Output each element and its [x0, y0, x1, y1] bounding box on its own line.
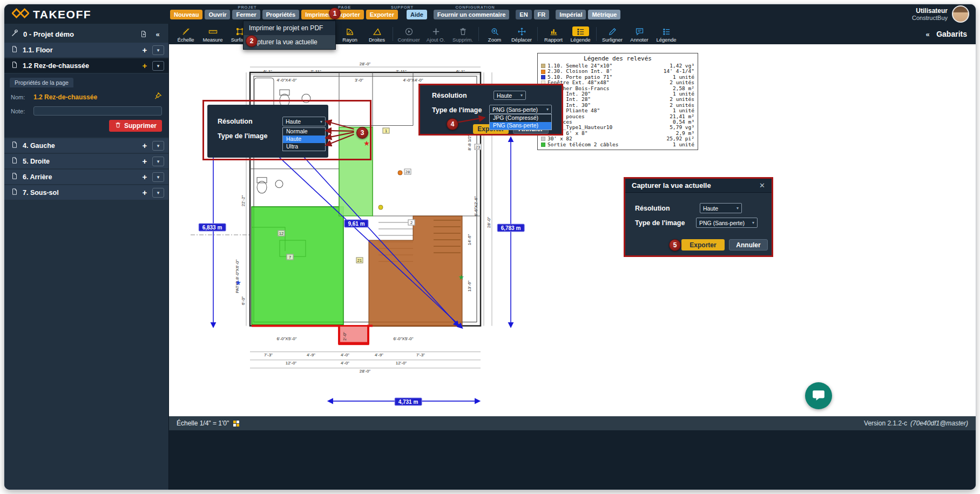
page-label: 6. Arrière	[23, 173, 52, 181]
add-takeoff-button[interactable]: +	[140, 141, 150, 150]
image-type-select[interactable]: PNG (Sans-perte) ▾	[489, 105, 552, 114]
sidebar-page-floor[interactable]: 1.1. Floor + ▾	[4, 43, 168, 57]
step-badge-4: 4	[447, 118, 458, 130]
page-preview-icon[interactable]	[233, 421, 239, 427]
tool-rayon[interactable]: Rayon	[336, 24, 363, 44]
exporter-page-button[interactable]: Exporter	[366, 10, 398, 19]
dropdown-option[interactable]: JPG (Compressé)	[490, 114, 551, 122]
note-input[interactable]	[33, 106, 162, 116]
user-avatar[interactable]	[952, 5, 969, 23]
tool-rapport[interactable]: Rapport	[540, 24, 567, 44]
tool-label: Légende	[657, 37, 677, 43]
resolution-select[interactable]: Haute ▾	[494, 91, 526, 100]
nouveau-button[interactable]: Nouveau	[170, 10, 202, 19]
imperial-button[interactable]: Impérial	[556, 10, 586, 19]
pin-icon[interactable]	[154, 92, 162, 102]
build-hash: (70e40df1@master)	[910, 419, 968, 427]
expand-page-button[interactable]: ▾	[152, 188, 164, 198]
legend-item-name: 1.10. Semelle 24"x10"	[548, 63, 667, 69]
add-takeoff-button[interactable]: +	[140, 172, 150, 181]
expand-page-button[interactable]: ▾	[152, 157, 164, 166]
commentaire-button[interactable]: Fournir un commentaire	[434, 10, 510, 19]
tool-ajout-o[interactable]: Ajout O.	[422, 24, 449, 44]
legend-row: Fenêtre Ext. 48"x48"2 unités	[541, 80, 694, 85]
legend-item-name: Fenêtre Ext. 48"x48"	[548, 80, 667, 85]
dot-marker	[398, 171, 403, 175]
tools-icon	[11, 29, 19, 39]
image-type-label: Type de l'image	[635, 219, 685, 227]
aide-button[interactable]: Aide	[407, 10, 427, 19]
tool-surligner[interactable]: Surligner	[599, 24, 626, 44]
menu-section-label-configuration: CONFIGURATION	[455, 5, 495, 10]
expand-page-button[interactable]: ▾	[152, 141, 164, 151]
add-takeoff-button[interactable]: +	[140, 188, 150, 197]
supprimer-page-button[interactable]: Supprimer	[109, 120, 162, 132]
dropdown-option[interactable]: Haute	[283, 136, 325, 143]
sidebar-page-droite[interactable]: 5. Droite +▾	[4, 154, 168, 168]
dropdown-option[interactable]: Normale	[283, 128, 325, 136]
tool-zoom[interactable]: Zoom	[481, 24, 508, 44]
collapse-gabarits-button[interactable]: «	[922, 29, 933, 39]
expand-page-button[interactable]: ▾	[152, 45, 164, 55]
app-window: TAKEOFF PROJET PAGE SUPPORT CONFIGURATIO…	[4, 4, 976, 490]
proprietes-button[interactable]: Propriétés	[262, 10, 299, 19]
menu-section-label-support: SUPPORT	[391, 5, 414, 10]
sidebar-page-sous-sol[interactable]: 7. Sous-sol +▾	[4, 185, 168, 200]
legend-item-name: Béton 6' x 8"	[548, 131, 674, 136]
tool-measure[interactable]: Measure	[199, 24, 226, 44]
tool-label: Ajout O.	[427, 37, 445, 43]
nom-label: Nom:	[11, 94, 30, 100]
lang-fr-button[interactable]: FR	[534, 10, 550, 19]
surligner-icon	[608, 26, 617, 36]
project-header[interactable]: 0 - Projet démo «	[4, 24, 168, 43]
image-type-select[interactable]: PNG (Sans-perte) ▾	[696, 218, 758, 228]
resolution-label: Résolution	[432, 92, 467, 99]
dimension-label: 6'-0"	[241, 296, 246, 305]
add-takeoff-button[interactable]: +	[140, 45, 150, 55]
expand-page-button[interactable]: ▾	[152, 172, 164, 182]
expand-page-button[interactable]: ▾	[152, 61, 164, 71]
tool-legende-2[interactable]: Légende	[653, 24, 680, 44]
tool-droites[interactable]: Droites	[363, 24, 390, 44]
gabarits-label: Gabarits	[936, 30, 967, 38]
metrique-button[interactable]: Métrique	[588, 10, 620, 19]
tool-annoter[interactable]: Annoter	[626, 24, 653, 44]
tool-legende[interactable]: Légende	[567, 24, 594, 44]
collapse-sidebar-button[interactable]: «	[152, 29, 163, 39]
page-properties-tab[interactable]: Propriétés de la page	[10, 78, 73, 87]
resolution-select[interactable]: Haute ▾	[282, 117, 326, 126]
add-takeoff-button[interactable]: +	[140, 157, 150, 166]
sidebar-page-rez-de-chaussee[interactable]: 1.2 Rez-de-chaussée + ▾	[4, 58, 168, 73]
menu-section-label-page: PAGE	[338, 5, 351, 10]
rapport-icon	[549, 26, 558, 36]
supprimer-label: Supprimer	[124, 122, 157, 130]
tool-echelle[interactable]: Échelle	[172, 24, 199, 44]
dimension-label: 28'-0"	[360, 369, 370, 374]
dropdown-option[interactable]: Ultra	[283, 143, 325, 151]
image-type-label: Type de l'image	[218, 132, 267, 140]
legend-item-name: Plancher Bois-Francs	[548, 86, 671, 91]
exporter-button[interactable]: Exporter	[681, 239, 725, 251]
lang-en-button[interactable]: EN	[516, 10, 531, 19]
annuler-button[interactable]: Annuler	[729, 239, 768, 251]
tool-supprim[interactable]: Supprim.	[449, 24, 476, 44]
add-takeoff-button[interactable]: +	[140, 61, 150, 70]
toolbar-sep	[596, 27, 597, 41]
tutorial-callout-image-type: Résolution Haute ▾ Type de l'image PNG (…	[418, 84, 563, 136]
measurement-badge: 6,833 m	[199, 224, 226, 232]
sidebar-page-arriere[interactable]: 6. Arrière +▾	[4, 170, 168, 184]
ajout-o-icon	[431, 26, 441, 36]
tool-deplacer[interactable]: Déplacer	[508, 24, 535, 44]
tool-continuer[interactable]: Continuer	[395, 24, 422, 44]
sidebar-page-gauche[interactable]: 4. Gauche +▾	[4, 138, 168, 153]
add-page-button[interactable]	[138, 29, 149, 39]
ouvrir-button[interactable]: Ouvrir	[205, 10, 230, 19]
resolution-label: Résolution	[635, 205, 670, 212]
dimension-label: 7'-11"	[310, 69, 321, 74]
chat-support-button[interactable]	[805, 382, 832, 409]
menu-item-imprimer-pdf[interactable]: Imprimer le projet en PDF	[244, 21, 335, 35]
close-icon[interactable]: ✕	[759, 181, 765, 190]
dropdown-option[interactable]: PNG (Sans-perte)	[490, 122, 551, 130]
resolution-select[interactable]: Haute ▾	[700, 203, 742, 213]
fermer-button[interactable]: Fermer	[232, 10, 260, 19]
